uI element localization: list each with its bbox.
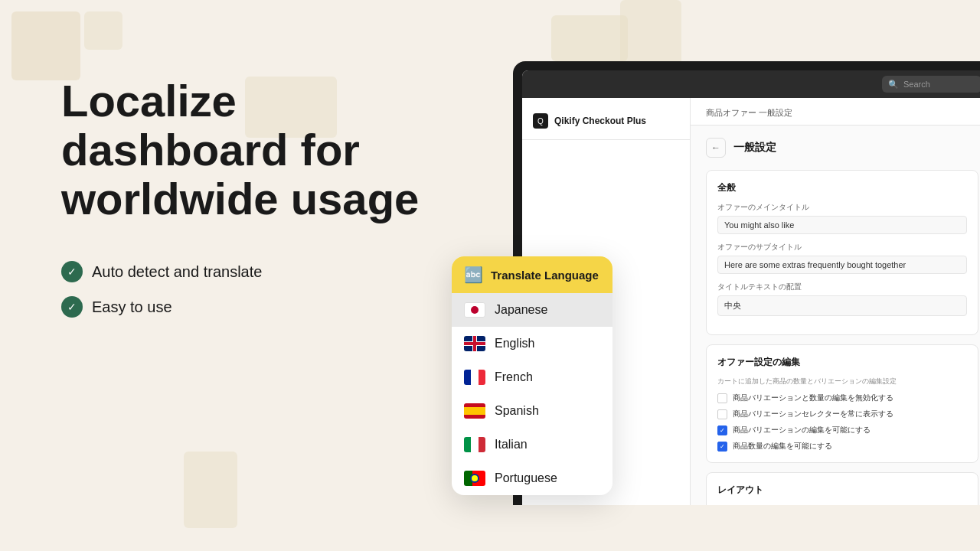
screen-page: ← 一般設定 全般 オファーのメインタイトル You might also li… [691,126,980,505]
language-item-japanese[interactable]: Japanese [452,293,612,327]
checkbox-label-3: 商品バリエーションの編集を可能にする [733,425,871,435]
feature-item-1: ✓ Auto detect and translate [61,261,459,282]
screen-main: 商品オファー 一般設定 ← 一般設定 全般 オファーのメインタイトル [691,98,980,505]
language-item-italian[interactable]: Italian [452,428,612,461]
edit-offer-card: オファー設定の編集 カートに追加した商品の数量とバリエーションの編集設定 商品バ… [706,344,978,463]
sub-title-field: オファーのサブタイトル Here are some extras frequen… [717,242,967,274]
app-icon: Q [533,113,548,129]
bg-decoration-5 [551,15,628,61]
language-card-header: 🔤 Translate Language [452,256,612,293]
checkbox-item-1: 商品バリエーションと数量の編集を無効化する [717,393,967,403]
language-item-french[interactable]: French [452,360,612,394]
align-label: タイトルテキストの配置 [717,282,967,292]
flag-japanese [464,302,485,318]
edit-offer-title: オファー設定の編集 [717,356,967,369]
layout-title: レイアウト [717,484,967,497]
language-label-spanish: Spanish [495,404,539,418]
feature-text-1: Auto detect and translate [92,263,262,281]
language-label-japanese: Japanese [495,303,547,317]
feature-text-2: Easy to use [92,298,172,316]
main-title-value[interactable]: You might also like [717,216,967,234]
sidebar-header: Q Qikify Checkout Plus [522,107,690,140]
features-list: ✓ Auto detect and translate ✓ Easy to us… [61,261,459,318]
bg-decoration-4 [184,452,237,528]
language-item-portuguese[interactable]: Portuguese [452,461,612,495]
language-label-french: French [495,370,533,384]
flag-italian [464,437,485,452]
page-header: ← 一般設定 [706,138,978,158]
checkbox-group: 商品バリエーションと数量の編集を無効化する 商品バリエーションセレクターを常に表… [717,393,967,452]
checkbox-2[interactable] [717,409,727,419]
left-panel: Localize dashboard for worldwide usage ✓… [61,77,459,318]
flag-portuguese [464,471,485,486]
page-title: 一般設定 [733,141,776,155]
language-label-english: English [495,337,534,350]
edit-offer-desc: カートに追加した商品の数量とバリエーションの編集設定 [717,377,967,386]
breadcrumb: 商品オファー 一般設定 [691,98,980,126]
checkbox-item-3: ✓ 商品バリエーションの編集を可能にする [717,425,967,435]
sub-title-label: オファーのサブタイトル [717,242,967,253]
checkbox-4[interactable]: ✓ [717,442,727,452]
flag-english [464,336,485,351]
flag-french [464,370,485,385]
layout-card: レイアウト [706,472,978,505]
checkbox-label-2: 商品バリエーションセレクターを常に表示する [733,409,893,419]
search-icon: 🔍 [888,80,899,90]
language-label-portuguese: Portuguese [495,471,557,485]
main-title-field: オファーのメインタイトル You might also like [717,202,967,234]
language-item-english[interactable]: English [452,327,612,360]
bg-decoration-1 [11,11,80,80]
sub-title-value[interactable]: Here are some extras frequently bought t… [717,256,967,274]
search-placeholder: Search [903,80,930,89]
check-icon-1: ✓ [61,261,83,282]
checkbox-label-1: 商品バリエーションと数量の編集を無効化する [733,393,893,403]
app-name: Qikify Checkout Plus [554,116,646,126]
language-item-spanish[interactable]: Spanish [452,394,612,428]
checkbox-3[interactable]: ✓ [717,425,727,435]
back-button[interactable]: ← [706,138,726,158]
general-card: 全般 オファーのメインタイトル You might also like オファー… [706,170,978,335]
check-icon-2: ✓ [61,296,83,318]
main-heading: Localize dashboard for worldwide usage [61,77,459,223]
checkbox-item-2: 商品バリエーションセレクターを常に表示する [717,409,967,419]
flag-spanish [464,403,485,419]
main-title-label: オファーのメインタイトル [717,202,967,213]
checkbox-label-4: 商品数量の編集を可能にする [733,441,832,452]
align-value[interactable]: 中央 [717,295,967,316]
checkbox-item-4: ✓ 商品数量の編集を可能にする [717,441,967,452]
screen-search[interactable]: 🔍 Search [882,76,980,93]
screen-top-bar: 🔍 Search [522,70,980,98]
language-dropdown: 🔤 Translate Language Japanese English Fr… [452,256,612,495]
checkbox-1[interactable] [717,393,727,403]
bg-decoration-2 [84,11,122,50]
language-card-title: Translate Language [491,269,599,282]
align-field: タイトルテキストの配置 中央 [717,282,967,316]
translate-icon: 🔤 [464,266,483,284]
feature-item-2: ✓ Easy to use [61,296,459,318]
general-card-title: 全般 [717,181,967,194]
language-label-italian: Italian [495,438,528,452]
